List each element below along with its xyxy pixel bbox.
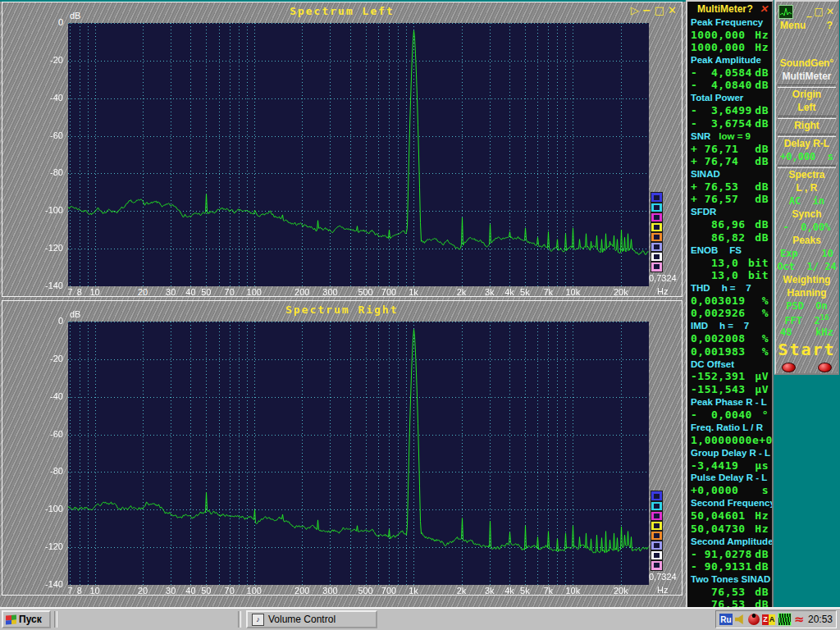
minimize-icon[interactable]: _	[807, 6, 812, 17]
value-number: -3,4419	[691, 459, 738, 472]
control-button[interactable]: L , R	[776, 182, 838, 195]
multimeter-value-row: 76,53dB	[687, 586, 772, 598]
multimeter-value: 50,04601Hz	[691, 509, 769, 522]
control-button[interactable]: Hanning	[776, 287, 838, 300]
value-number: 86,82	[691, 231, 746, 244]
multimeter-value-row: + 76,53dB	[687, 180, 772, 193]
control-value[interactable]: 48 kHz	[776, 326, 838, 340]
control-value[interactable]: PSD On	[776, 300, 838, 313]
desktop: { "colors":{"desktop":"#008080","plot_bg…	[0, 0, 840, 630]
minimize-icon[interactable]: −	[642, 4, 651, 16]
start-button[interactable]: Пуск	[2, 610, 51, 628]
legend-swatch-icon[interactable]	[651, 541, 662, 550]
multimeter-value: 1000,000Hz	[691, 29, 769, 41]
spectrum-plot-left[interactable]	[68, 23, 649, 286]
legend-swatch-icon[interactable]	[651, 203, 662, 212]
control-button[interactable]: Left	[776, 102, 838, 115]
multimeter-value: 0,003019%	[691, 294, 769, 307]
legend-swatch-icon[interactable]	[651, 531, 662, 541]
value-number: 76,53	[691, 586, 746, 598]
multimeter-value: + 76,57dB	[691, 193, 769, 205]
menu-button[interactable]: Menu	[780, 20, 806, 31]
control-button[interactable]: MultiMeter	[776, 71, 838, 84]
multimeter-label: Pulse Delay R - L	[691, 472, 767, 482]
analyzer-tray-icon[interactable]	[778, 613, 792, 626]
control-value-fft[interactable]: FFT 216	[776, 313, 838, 326]
legend-swatch-icon[interactable]	[651, 262, 662, 272]
value-unit: %	[762, 345, 769, 358]
x-tick-label: 20k	[607, 586, 635, 596]
control-value[interactable]: - 0,00%	[776, 221, 838, 235]
multimeter-value-row: + 76,71dB	[687, 142, 772, 154]
control-value[interactable]: AC in	[776, 195, 838, 208]
help-icon[interactable]: ?	[827, 20, 833, 31]
control-button[interactable]: Delay R-L	[776, 138, 838, 151]
multimeter-label-row: ENOBFS	[687, 244, 772, 256]
close-icon[interactable]: ✕	[760, 3, 768, 15]
legend-swatch-icon[interactable]	[651, 491, 662, 501]
task-button-volume-control[interactable]: ♪ Volume Control	[246, 610, 377, 628]
multimeter-value-row: - 3,6499dB	[687, 104, 772, 116]
multimeter-value: - 90,9131dB	[691, 560, 769, 573]
value-unit: %	[762, 294, 769, 307]
spectrum-right-window: Spectrum Right dB 0-20-40-60-80-100-120-…	[2, 300, 682, 596]
window-controls: _□✕	[805, 6, 834, 17]
start-capture-button[interactable]: Start	[776, 340, 838, 359]
maximize-icon[interactable]: □	[815, 6, 824, 17]
legend-swatch-icon[interactable]	[651, 521, 662, 531]
control-titlebar: _□✕	[776, 2, 838, 19]
legend-swatch-icon[interactable]	[651, 212, 662, 222]
x-axis-unit: Hz	[657, 286, 668, 296]
legend-swatch-icon[interactable]	[651, 550, 662, 560]
zonealarm-icon[interactable]: ZA	[762, 614, 775, 625]
value-number: - 91,0278	[691, 548, 752, 560]
control-button[interactable]: Spectra	[776, 169, 838, 182]
value-number: -151,543	[691, 383, 746, 395]
legend-swatch-icon[interactable]	[651, 242, 662, 252]
antivirus-icon[interactable]	[748, 614, 760, 625]
legend-swatch-icon[interactable]	[651, 560, 662, 570]
y-tick-label: -80	[27, 167, 63, 177]
legend-swatch-icon[interactable]	[651, 222, 662, 232]
legend-swatch-icon[interactable]	[651, 193, 662, 203]
x-tick-label: 70	[216, 586, 244, 596]
x-tick-label: 10	[81, 586, 109, 596]
y-tick-label: -80	[27, 466, 63, 476]
control-value[interactable]: +0,000 s	[776, 151, 838, 164]
control-button[interactable]: SoundGen°	[776, 57, 838, 71]
section-divider	[778, 84, 836, 88]
help-icon[interactable]: ?	[747, 3, 753, 15]
value-unit: Hz	[755, 509, 769, 522]
control-value[interactable]: Exp 10	[776, 248, 838, 261]
control-button[interactable]: Peaks	[776, 235, 838, 248]
run-icon[interactable]: ▷	[631, 4, 639, 16]
waves-tray-icon[interactable]: ≈	[794, 615, 805, 623]
spectrum-plot-right[interactable]	[68, 322, 649, 585]
cursor-value: 0,7324	[649, 572, 677, 582]
volume-icon[interactable]	[735, 614, 746, 624]
legend-swatch-icon[interactable]	[651, 511, 662, 521]
multimeter-panel: MultiMeter ? ✕ Peak Frequency1000,000Hz1…	[686, 0, 774, 612]
close-icon[interactable]: ✕	[826, 6, 834, 17]
close-icon[interactable]: ✕	[668, 4, 677, 16]
control-button[interactable]: Synch	[776, 208, 838, 221]
control-button[interactable]: Weighting	[776, 274, 838, 287]
led-right-icon	[818, 363, 832, 372]
legend-swatch-icon[interactable]	[651, 232, 662, 242]
multimeter-value-row: 1000,000Hz	[687, 28, 772, 40]
legend-swatch-icon[interactable]	[651, 501, 662, 511]
multimeter-value-row: + 76,57dB	[687, 193, 772, 205]
control-button[interactable]: Right	[776, 120, 838, 133]
multimeter-value: 13,0bit	[691, 257, 769, 269]
multimeter-value: 86,96dB	[691, 218, 769, 231]
multimeter-label: Peak Frequency	[691, 17, 763, 27]
keyboard-layout-indicator[interactable]: Ru	[719, 614, 733, 625]
y-tick-label: -40	[27, 391, 63, 401]
maximize-icon[interactable]: □	[655, 4, 664, 16]
control-button[interactable]: Origin	[776, 89, 838, 102]
menu-row: Menu ?	[776, 19, 838, 31]
value-number: - 90,9131	[691, 560, 752, 573]
control-value[interactable]: Oct 1/ 24	[776, 261, 838, 274]
legend-swatch-icon[interactable]	[651, 252, 662, 262]
value-unit: Hz	[755, 523, 769, 535]
